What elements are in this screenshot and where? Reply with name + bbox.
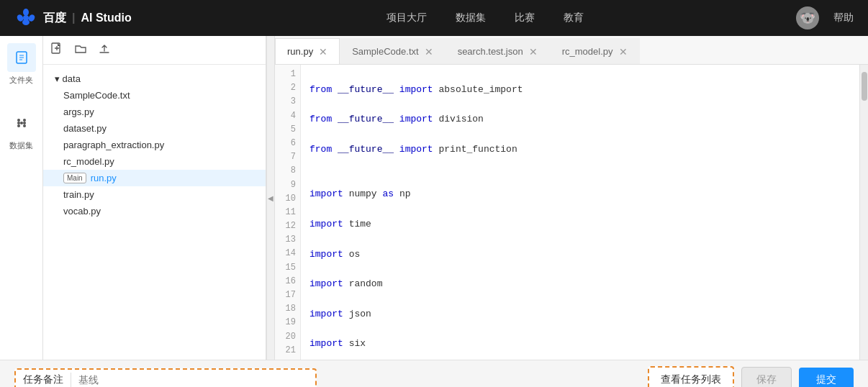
sidebar: 文件夹 数据集 [0, 36, 43, 360]
svg-point-6 [17, 119, 20, 122]
action-bar: 任务备注 查看任务列表 保存 提交 [0, 360, 868, 387]
close-tab-samplecode[interactable]: ✕ [425, 47, 433, 57]
tab-samplecode[interactable]: SampleCode.txt ✕ [340, 38, 446, 64]
tab-run-py[interactable]: run.py ✕ [275, 38, 340, 64]
navbar-right: 🐨 帮助 [796, 6, 854, 29]
navbar: 百度 | AI Studio 项目大厅 数据集 比赛 教育 🐨 帮助 [0, 0, 868, 36]
svg-point-0 [23, 9, 29, 16]
baidu-icon [14, 6, 37, 29]
tab-bar: run.py ✕ SampleCode.txt ✕ search.test.js… [275, 36, 868, 65]
file-args[interactable]: args.py [43, 104, 266, 120]
svg-point-7 [23, 119, 26, 122]
task-note-label: 任务备注 [23, 373, 63, 386]
product-name: AI Studio [81, 12, 131, 24]
brand-text: 百度 | AI Studio [43, 11, 132, 26]
nav-education[interactable]: 教育 [564, 12, 584, 24]
sidebar-dataset-btn[interactable] [7, 109, 36, 137]
code-text: from __future__ import absolute_import f… [301, 65, 859, 360]
tab-search-test[interactable]: search.test.json ✕ [446, 38, 550, 64]
close-tab-run[interactable]: ✕ [319, 47, 327, 57]
file-run[interactable]: Main run.py [43, 170, 266, 186]
scrollbar-thumb[interactable] [862, 72, 867, 101]
file-dataset[interactable]: dataset.py [43, 120, 266, 137]
editor-area: run.py ✕ SampleCode.txt ✕ search.test.js… [275, 36, 868, 360]
nav-dataset[interactable]: 数据集 [456, 12, 486, 24]
svg-point-8 [17, 124, 20, 127]
svg-point-12 [23, 122, 26, 124]
svg-point-10 [20, 122, 23, 124]
help-link[interactable]: 帮助 [833, 12, 854, 24]
svg-point-4 [23, 15, 29, 21]
nav-competition[interactable]: 比赛 [515, 12, 535, 24]
file-samplecode[interactable]: SampleCode.txt [43, 87, 266, 104]
baseline-input[interactable] [78, 374, 308, 386]
action-right: 查看任务列表 保存 提交 [648, 366, 854, 387]
scrollbar-track[interactable] [859, 65, 868, 360]
new-file-icon[interactable] [50, 42, 63, 58]
file-train[interactable]: train.py [43, 186, 266, 203]
file-rcmodel[interactable]: rc_model.py [43, 153, 266, 170]
svg-point-9 [23, 124, 26, 127]
brand-name: 百度 [43, 11, 66, 26]
file-toolbar [43, 36, 266, 65]
file-tree: ▾ data SampleCode.txt args.py dataset.py… [43, 65, 266, 360]
submit-button[interactable]: 提交 [799, 368, 854, 387]
close-tab-search[interactable]: ✕ [529, 47, 538, 57]
svg-point-11 [17, 122, 20, 124]
main-nav: 项目大厅 数据集 比赛 教育 [175, 12, 796, 24]
file-vocab[interactable]: vocab.py [43, 203, 266, 219]
nav-project-hall[interactable]: 项目大厅 [386, 12, 427, 24]
code-editor[interactable]: 1234 5678 9101112 13141516 17181920 2122… [275, 65, 868, 360]
logo-area: 百度 | AI Studio [14, 6, 132, 29]
sidebar-dataset-label: 数据集 [9, 140, 33, 151]
avatar[interactable]: 🐨 [796, 6, 819, 29]
view-tasks-button[interactable]: 查看任务列表 [648, 366, 734, 387]
upload-icon[interactable] [98, 42, 111, 58]
file-paragraph[interactable]: paragraph_extraction.py [43, 137, 266, 153]
line-numbers: 1234 5678 9101112 13141516 17181920 2122… [275, 65, 301, 360]
sidebar-file-label: 文件夹 [9, 75, 33, 86]
new-folder-icon[interactable] [74, 42, 87, 58]
tab-rcmodel[interactable]: rc_model.py ✕ [550, 38, 640, 64]
main-badge: Main [63, 173, 86, 183]
sidebar-file-btn[interactable] [7, 43, 36, 72]
task-note-group: 任务备注 [14, 368, 317, 387]
save-button[interactable]: 保存 [741, 367, 792, 387]
panel-collapse-handle[interactable]: ◀ [266, 36, 275, 360]
close-tab-rcmodel[interactable]: ✕ [619, 47, 628, 57]
main-content: 文件夹 数据集 [0, 36, 868, 360]
input-divider [71, 373, 71, 387]
folder-data[interactable]: ▾ data [43, 70, 266, 87]
file-panel: ▾ data SampleCode.txt args.py dataset.py… [43, 36, 266, 360]
